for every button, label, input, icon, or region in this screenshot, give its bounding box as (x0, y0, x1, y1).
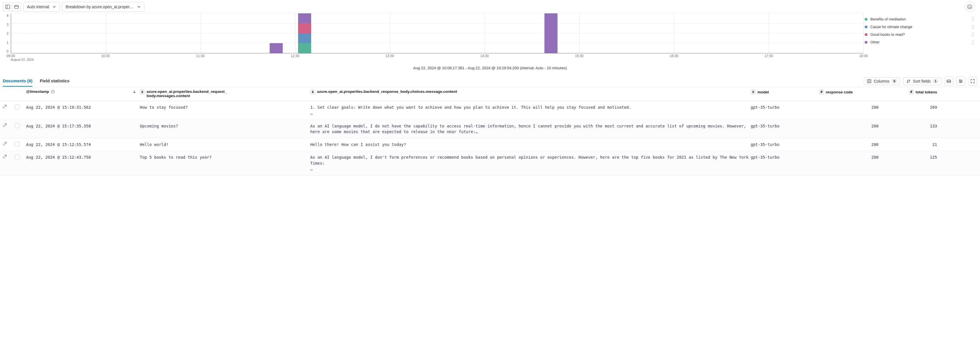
cell-model: gpt-35-turbo (751, 154, 819, 160)
table-row: Aug 22, 2024 @ 15:12:55.574Hello world!H… (0, 138, 980, 151)
chart-area[interactable]: 43210 August 22, 2024 09:3010:3011:3012:… (3, 14, 864, 62)
col-model-label: model (757, 90, 769, 94)
y-tick: 1 (3, 41, 8, 44)
col-code-label: response code (826, 90, 853, 94)
chevron-down-icon (137, 5, 141, 8)
chart-bar[interactable] (298, 13, 311, 53)
ai-chat-button[interactable] (965, 2, 975, 12)
columns-label: Columns (874, 79, 889, 84)
col-timestamp[interactable]: @timestamp (26, 89, 140, 94)
row-checkbox[interactable] (15, 154, 20, 159)
tab-field-statistics[interactable]: Field statistics (40, 76, 69, 87)
col-request-label: azure.open_ai.properties.backend_request… (146, 89, 227, 98)
clock-icon (51, 90, 55, 94)
x-tick: 12:30 (291, 54, 299, 58)
cell-total-tokens: 125 (884, 154, 938, 160)
col-response-code[interactable]: # response code (819, 89, 884, 95)
legend-label: Cause for climate change (870, 25, 912, 29)
y-tick: 0 (3, 49, 8, 53)
cell-timestamp: Aug 22, 2024 @ 15:12:43.750 (26, 154, 140, 160)
legend-item[interactable]: Other⋮ (864, 38, 977, 46)
legend-item-menu[interactable]: ⋮ (970, 40, 975, 45)
legend-item-menu[interactable]: ⋮ (970, 32, 975, 37)
col-response[interactable]: k azure.open_ai.properties.backend_respo… (310, 89, 751, 95)
arrow-down-icon (132, 90, 137, 94)
x-tick: 17:30 (765, 54, 773, 58)
tab-documents[interactable]: Documents (9) (3, 76, 32, 87)
cell-request: Upcoming movies? (140, 123, 178, 129)
toggle-histogram-button[interactable] (3, 2, 12, 11)
sort-label: Sort fields (913, 79, 931, 84)
cell-total-tokens: 269 (884, 104, 938, 110)
calendar-button[interactable] (12, 2, 21, 11)
x-tick: 18:30 (859, 54, 868, 58)
col-request[interactable]: k azure.open_ai.properties.backend_reque… (140, 89, 310, 98)
chart-toolbar: Auto interval Breakdown by azure.open_ai… (0, 0, 980, 14)
col-model[interactable]: k model (751, 89, 819, 95)
field-type-number-icon: # (909, 89, 914, 95)
y-tick: 3 (3, 23, 8, 27)
chevron-down-icon (52, 5, 56, 8)
cell-total-tokens: 21 (884, 142, 938, 147)
field-type-keyword-icon: k (140, 89, 145, 95)
row-checkbox[interactable] (15, 123, 20, 128)
col-total-tokens[interactable]: # total tokens (884, 89, 938, 95)
x-tick: 16:30 (670, 54, 678, 58)
fullscreen-button[interactable] (968, 77, 977, 86)
interval-select[interactable]: Auto interval (23, 2, 60, 12)
legend-label: Good books to read? (870, 32, 905, 36)
cell-response: As an AI language model, I don't form pr… (310, 154, 751, 172)
cell-model: gpt-35-turbo (751, 123, 819, 129)
cell-response-code: 200 (819, 104, 884, 110)
x-tick: 11:30 (196, 54, 205, 58)
cell-request: Top 5 books to read this year? (140, 154, 212, 160)
legend-item[interactable]: Benefits of meditation⋮ (864, 15, 977, 23)
columns-count: 6 (892, 79, 897, 83)
col-response-label: azure.open_ai.properties.backend_respons… (317, 89, 457, 94)
cell-timestamp: Aug 22, 2024 @ 15:17:35.358 (26, 123, 140, 129)
sort-icon (906, 79, 911, 84)
legend-swatch (865, 18, 867, 21)
legend-swatch (865, 25, 867, 28)
x-tick: 13:30 (386, 54, 394, 58)
svg-rect-2 (15, 5, 19, 8)
legend-item-menu[interactable]: ⋮ (970, 24, 975, 30)
col-tokens-label: total tokens (915, 90, 937, 94)
col-timestamp-label: @timestamp (26, 89, 49, 94)
expand-row-button[interactable] (3, 123, 7, 127)
row-checkbox[interactable] (15, 142, 20, 147)
table-row: Aug 22, 2024 @ 15:19:31.562How to stay f… (0, 101, 980, 120)
x-tick: 15:30 (575, 54, 584, 58)
legend-item-menu[interactable]: ⋮ (970, 16, 975, 22)
chart-caption: Aug 22, 2024 @ 10:08:17.361 - Aug 22, 20… (0, 62, 980, 75)
table-row: Aug 22, 2024 @ 15:17:35.358Upcoming movi… (0, 120, 980, 139)
display-options-button[interactable] (944, 77, 953, 86)
svg-rect-0 (6, 5, 10, 9)
chart-bar[interactable] (270, 43, 283, 53)
row-checkbox[interactable] (15, 104, 20, 109)
sort-fields-button[interactable]: Sort fields 1 (903, 77, 941, 85)
legend-label: Benefits of meditation (870, 17, 906, 21)
legend-label: Other (870, 40, 880, 44)
svg-point-16 (959, 79, 960, 80)
expand-row-button[interactable] (3, 104, 7, 108)
cell-response: Hello there! How can I assist you today? (310, 142, 406, 147)
columns-button[interactable]: Columns 6 (864, 77, 900, 85)
cell-model: gpt-35-turbo (751, 104, 819, 110)
x-tick: 10:30 (101, 54, 110, 58)
cell-model: gpt-35-turbo (751, 142, 819, 147)
legend-item[interactable]: Good books to read?⋮ (864, 31, 977, 38)
expand-row-button[interactable] (3, 142, 7, 146)
filters-button[interactable] (956, 77, 965, 86)
field-type-keyword-icon: k (310, 89, 315, 95)
cell-response: 1. Set clear goals: Write down what you … (310, 104, 631, 116)
breakdown-select[interactable]: Breakdown by azure.open_ai.propertie… (62, 2, 144, 12)
svg-point-18 (961, 81, 962, 81)
chart-bar[interactable] (544, 13, 557, 53)
breakdown-select-label: Breakdown by azure.open_ai.propertie… (66, 5, 134, 9)
legend-item[interactable]: Cause for climate change⋮ (864, 23, 977, 31)
cell-response: As an AI language model, I do not have t… (310, 123, 751, 135)
expand-row-button[interactable] (3, 154, 7, 158)
x-axis-date: August 22, 2024 (11, 58, 33, 61)
legend-swatch (865, 33, 867, 36)
